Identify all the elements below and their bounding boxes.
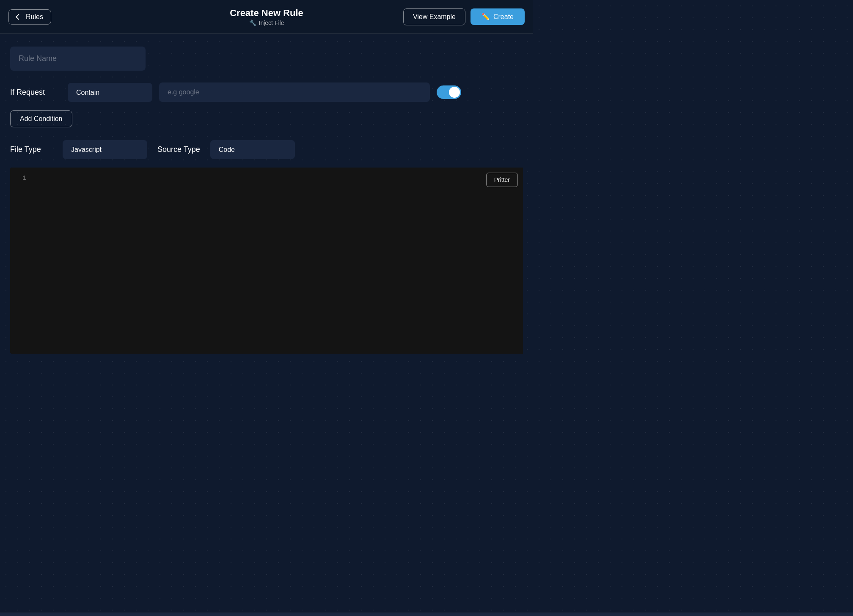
- header: Rules Create New Rule 🔧 Inject File View…: [0, 0, 533, 34]
- header-center: Create New Rule 🔧 Inject File: [230, 8, 303, 26]
- rule-name-input[interactable]: [10, 47, 146, 71]
- arrow-left-icon: [16, 14, 22, 19]
- add-condition-button[interactable]: Add Condition: [10, 110, 72, 127]
- code-editor: 1 Pritter: [10, 168, 523, 354]
- pencil-icon: ✏️: [482, 13, 490, 21]
- tool-icon: 🔧: [249, 19, 256, 26]
- if-request-row: If Request Contain: [10, 82, 523, 102]
- header-left: Rules: [8, 9, 51, 25]
- header-right: View Example ✏️ Create: [403, 8, 525, 25]
- create-button[interactable]: ✏️ Create: [471, 8, 525, 25]
- back-button[interactable]: Rules: [8, 9, 51, 25]
- file-type-label: File Type: [10, 145, 52, 154]
- back-button-label: Rules: [26, 13, 43, 21]
- line-number-1: 1: [15, 173, 26, 184]
- code-textarea[interactable]: [31, 168, 523, 354]
- line-numbers: 1: [10, 168, 31, 354]
- request-input[interactable]: [159, 82, 430, 102]
- source-type-select[interactable]: Code: [210, 140, 295, 159]
- main-content: If Request Contain Add Condition File Ty…: [0, 34, 533, 366]
- pritter-button[interactable]: Pritter: [486, 173, 518, 187]
- page-title: Create New Rule: [230, 8, 303, 19]
- if-request-label: If Request: [10, 88, 61, 97]
- contain-select[interactable]: Contain: [68, 83, 152, 102]
- pritter-label: Pritter: [494, 176, 510, 183]
- create-label: Create: [493, 13, 514, 21]
- file-source-row: File Type Javascript Source Type Code: [10, 140, 523, 159]
- add-condition-label: Add Condition: [20, 115, 63, 122]
- subtitle-text: Inject File: [259, 19, 284, 26]
- toggle-slider: [437, 85, 461, 99]
- toggle-switch[interactable]: [437, 85, 461, 99]
- header-subtitle: 🔧 Inject File: [230, 19, 303, 26]
- view-example-button[interactable]: View Example: [403, 8, 465, 25]
- view-example-label: View Example: [413, 13, 456, 20]
- file-type-select[interactable]: Javascript: [63, 140, 147, 159]
- source-type-label: Source Type: [157, 145, 200, 154]
